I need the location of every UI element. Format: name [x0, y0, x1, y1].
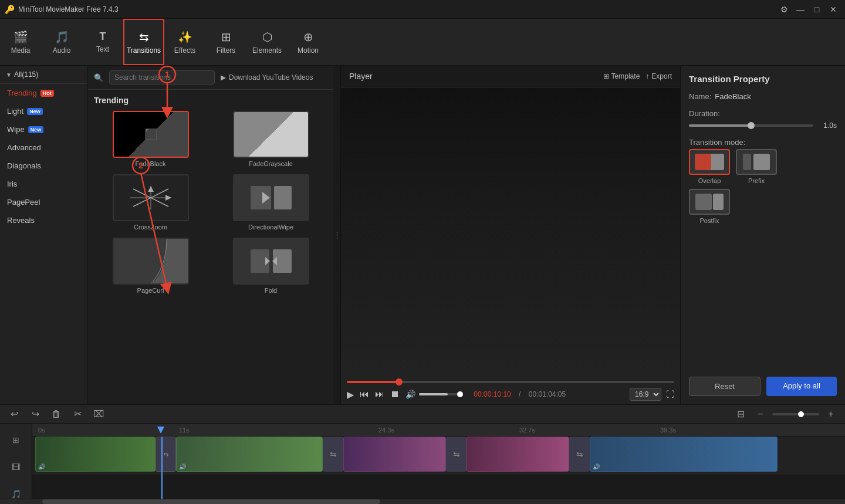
duration-fill	[689, 124, 751, 127]
redo-button[interactable]: ↪	[27, 406, 43, 422]
transitions-list: ⬛ FadeBlack FadeGrayscale	[94, 111, 327, 294]
pagecurl-thumb	[113, 238, 189, 285]
sidebar-item-light[interactable]: Light New	[0, 102, 87, 120]
close-button[interactable]: ✕	[826, 2, 840, 16]
titlebar: 🔑 MiniTool MovieMaker Free 7.4.3 ⚙ — □ ✕	[0, 0, 845, 19]
toolbar-elements[interactable]: ⬡ Elements	[246, 19, 288, 65]
current-time: 00:00:10:10	[474, 390, 511, 398]
settings-icon[interactable]: ⚙	[777, 2, 791, 16]
property-panel: Transition Property Name: FadeBlack Dura…	[681, 66, 845, 404]
play-button[interactable]: ▶	[347, 389, 354, 400]
bottom-buttons: Reset Apply to all	[689, 377, 837, 396]
toolbar-transitions[interactable]: ⇆ Transitions	[123, 19, 164, 65]
yt-download-label: Download YouTube Videos	[229, 73, 313, 82]
mode-section: Transition mode: Overlap	[689, 138, 837, 224]
postfix-visual	[695, 194, 724, 210]
duration-value: 1.0s	[818, 121, 837, 130]
clip-transition-3[interactable]: ⇆	[446, 437, 467, 472]
yt-icon: ▶	[221, 73, 226, 82]
transition-fadeblack[interactable]: ⬛ FadeBlack	[94, 111, 207, 167]
clip-forest2[interactable]: 🔊	[176, 437, 323, 472]
clip-transition-1[interactable]: ⇆	[156, 437, 176, 472]
zoom-out-button[interactable]: −	[752, 406, 769, 422]
transition-fadegrayscale[interactable]: FadeGrayscale	[214, 111, 327, 167]
directionalwipe-thumb	[233, 174, 309, 221]
volume-bar[interactable]	[419, 393, 460, 395]
sidebar-item-trending[interactable]: Trending Hot	[0, 84, 87, 102]
ruler-mark-0s: 0s	[38, 427, 45, 434]
stop-button[interactable]: ⏹	[390, 389, 400, 400]
zoom-slider[interactable]	[772, 413, 819, 415]
transition-fold[interactable]: Fold	[214, 238, 327, 294]
timeline-scrollbar[interactable]	[0, 499, 845, 504]
panel-splitter[interactable]: ⋮	[333, 66, 340, 404]
main-area: ▼ All(115) Trending Hot Light New Wipe N…	[0, 66, 845, 404]
transition-directionalwipe[interactable]: DirectionalWipe	[214, 174, 327, 231]
minimize-button[interactable]: —	[793, 2, 807, 16]
duration-thumb[interactable]	[748, 122, 755, 129]
transition-pagecurl[interactable]: PageCurl	[94, 238, 207, 294]
progress-bar[interactable]	[347, 381, 674, 383]
clip-forest1[interactable]: 🔊	[35, 437, 156, 472]
toolbar-media-label: Media	[11, 46, 31, 55]
yt-download-button[interactable]: ▶ Download YouTube Videos	[221, 73, 313, 82]
template-button[interactable]: ⊞ Template	[603, 72, 640, 80]
mode-postfix[interactable]: Postfix	[689, 189, 730, 224]
fullscreen-button[interactable]: ⛶	[666, 390, 674, 399]
apply-all-button[interactable]: Apply to all	[766, 377, 837, 396]
toolbar-filters[interactable]: ⊞ Filters	[205, 19, 246, 65]
mode-overlap[interactable]: Overlap	[689, 149, 730, 184]
zoom-thumb[interactable]	[798, 411, 804, 417]
clip-silhouette1[interactable]	[343, 437, 446, 472]
left-panel: ▼ All(115) Trending Hot Light New Wipe N…	[0, 66, 88, 404]
cut-button[interactable]: ✂	[69, 406, 86, 422]
export-label: Export	[651, 72, 672, 80]
toolbar-transitions-label: Transitions	[127, 46, 161, 55]
reset-button[interactable]: Reset	[689, 377, 760, 396]
sidebar-item-diagonals[interactable]: Diagonals	[0, 157, 87, 175]
sidebar-item-pagepeel[interactable]: PagePeel	[0, 193, 87, 211]
mode-prefix[interactable]: Prefix	[736, 149, 777, 184]
toolbar-media[interactable]: 🎬 Media	[0, 19, 41, 65]
duration-slider[interactable]	[689, 124, 813, 127]
clip-transition-2[interactable]: ⇆	[323, 437, 343, 472]
iris-label: Iris	[7, 180, 17, 188]
maximize-button[interactable]: □	[810, 2, 824, 16]
playhead	[161, 437, 163, 499]
audio-icon: 🎵	[55, 30, 69, 44]
tracks-labels: ⊞ 🎞 🎵	[0, 424, 32, 499]
split-icon[interactable]: ⊟	[732, 406, 749, 422]
toolbar-effects[interactable]: ✨ Effects	[164, 19, 205, 65]
zoom-in-button[interactable]: +	[823, 406, 839, 422]
crop-button[interactable]: ⌧	[90, 406, 107, 422]
sidebar-item-reveals[interactable]: Reveals	[0, 211, 87, 229]
export-icon: ↑	[645, 72, 649, 80]
toolbar-motion[interactable]: ⊕ Motion	[288, 19, 329, 65]
clip-ocean[interactable]: 🔊	[590, 437, 778, 472]
undo-button[interactable]: ↩	[6, 406, 22, 422]
aspect-ratio-select[interactable]: 16:9 9:16 4:3 1:1	[630, 388, 661, 401]
name-label: Name:	[689, 92, 711, 101]
scroll-thumb[interactable]	[42, 499, 380, 504]
sidebar-item-iris[interactable]: Iris	[0, 175, 87, 193]
app-icon: 🔑	[5, 5, 15, 14]
volume-icon[interactable]: 🔊	[405, 390, 415, 399]
search-input[interactable]	[109, 70, 215, 84]
progress-thumb[interactable]	[396, 378, 403, 385]
fadegrayscale-label: FadeGrayscale	[249, 160, 293, 167]
name-row: Name: FadeBlack	[689, 92, 837, 101]
sidebar-item-wipe[interactable]: Wipe New	[0, 120, 87, 138]
clip-silhouette2[interactable]	[467, 437, 569, 472]
wipe-label: Wipe	[7, 125, 25, 134]
delete-button[interactable]: 🗑	[48, 406, 65, 422]
toolbar-audio[interactable]: 🎵 Audio	[41, 19, 82, 65]
next-button[interactable]: ⏭	[375, 389, 384, 400]
sidebar-item-advanced[interactable]: Advanced	[0, 138, 87, 157]
volume-thumb[interactable]	[457, 391, 463, 397]
toolbar-text[interactable]: T Text	[82, 19, 123, 65]
transition-crosszoom[interactable]: CrossZoom	[94, 174, 207, 231]
prev-button[interactable]: ⏮	[360, 389, 369, 400]
clip-transition-4[interactable]: ⇆	[569, 437, 590, 472]
export-button[interactable]: ↑ Export	[645, 72, 672, 80]
add-clip-icon[interactable]: ⊞	[12, 435, 19, 445]
